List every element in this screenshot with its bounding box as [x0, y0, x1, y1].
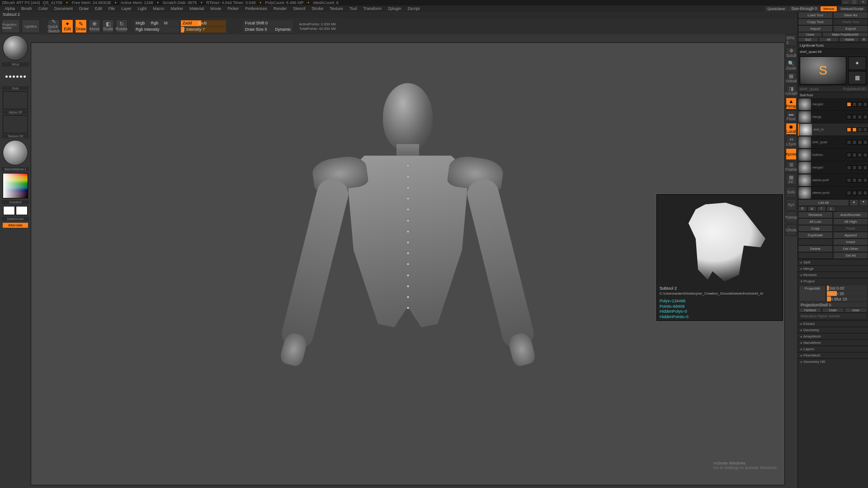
- geometry-section[interactable]: Geometry: [798, 327, 868, 333]
- main-color[interactable]: [3, 206, 15, 215]
- subtool-row[interactable]: shirt_tri: [798, 123, 868, 136]
- menu-macro[interactable]: Macro: [150, 6, 167, 11]
- subtool-row[interactable]: buttons: [798, 149, 868, 161]
- minimize-button[interactable]: —: [842, 0, 850, 5]
- menu-transform[interactable]: Transform: [360, 6, 384, 11]
- menu-zscript[interactable]: Zscript: [405, 6, 423, 11]
- close-button[interactable]: ✕: [859, 0, 867, 5]
- rename-button[interactable]: Rename: [798, 211, 833, 218]
- import-button[interactable]: Import: [798, 25, 833, 32]
- del-all-button[interactable]: Del All: [833, 252, 868, 259]
- menu-draw[interactable]: Draw: [76, 6, 91, 11]
- outer-button[interactable]: Outer: [822, 308, 844, 313]
- subtool-row[interactable]: merged: [798, 161, 868, 174]
- project-section[interactable]: Project: [798, 278, 868, 284]
- duplicate-button[interactable]: Duplicate: [798, 232, 833, 239]
- insert-button[interactable]: Insert: [833, 239, 868, 245]
- focal-shift-slider[interactable]: Focal Shift 0: [243, 20, 293, 26]
- load-tool-button[interactable]: Load Tool: [798, 12, 833, 19]
- subtool-header[interactable]: SubTool: [798, 92, 868, 98]
- farthest-button[interactable]: Farthest: [799, 308, 821, 313]
- goz-all-button[interactable]: All: [819, 37, 839, 42]
- menu-material[interactable]: Material: [187, 6, 207, 11]
- xpose-button[interactable]: Xpose: [786, 148, 797, 160]
- material-preview[interactable]: [3, 140, 28, 165]
- polyframe-button[interactable]: ▦PF: [786, 174, 797, 185]
- stroke-preview[interactable]: [2, 67, 29, 85]
- subtool-row[interactable]: shirt_quad: [798, 136, 868, 149]
- all-down-button[interactable]: ⤓: [826, 206, 835, 211]
- alternate-button[interactable]: Alternate: [3, 223, 28, 228]
- rotate-mode-button[interactable]: ↻Rotate: [116, 19, 127, 33]
- maximize-button[interactable]: ▢: [850, 0, 859, 5]
- color-picker[interactable]: [3, 173, 28, 198]
- texture-preview[interactable]: [3, 115, 28, 133]
- copy-subtool-button[interactable]: Copy: [798, 225, 833, 232]
- split-section[interactable]: Split: [798, 259, 868, 265]
- aahalf-button[interactable]: ◨AAHalf: [786, 85, 797, 97]
- default-zscript[interactable]: DefaultZScript: [838, 6, 866, 11]
- menu-preferences[interactable]: Preferences: [242, 6, 270, 11]
- subtool-row[interactable]: sleeve porfl: [798, 174, 868, 187]
- make-polymesh-button[interactable]: Make PolyMesh3D: [822, 32, 868, 37]
- menu-picker[interactable]: Picker: [225, 6, 241, 11]
- zoom-button[interactable]: 🔍Zoom: [786, 60, 797, 71]
- persp-button[interactable]: ▲Persp: [786, 98, 797, 109]
- mean-slider[interactable]: Mean 25: [827, 291, 867, 296]
- move-mode-button[interactable]: ✥Move: [89, 19, 100, 33]
- extract-section[interactable]: Extract: [798, 320, 868, 327]
- export-button[interactable]: Export: [833, 25, 868, 32]
- paste-tool-button[interactable]: Paste Tool: [833, 19, 868, 25]
- menu-marker[interactable]: Marker: [168, 6, 186, 11]
- edit-mode-button[interactable]: ✦Edit: [61, 19, 73, 33]
- menu-tool[interactable]: Tool: [347, 6, 360, 11]
- menu-layer[interactable]: Layer: [118, 6, 134, 11]
- nanomesh-section[interactable]: NanoMesh: [798, 339, 868, 346]
- all-low-button[interactable]: All Low: [798, 218, 833, 225]
- frame-button[interactable]: ⊞Frame: [786, 161, 797, 173]
- transp-button[interactable]: Transp: [786, 211, 797, 223]
- projection-master-button[interactable]: Projection Master: [2, 19, 20, 33]
- xyz-button[interactable]: Xyz: [786, 199, 797, 211]
- inner-button[interactable]: Inner: [844, 308, 867, 313]
- menus-toggle[interactable]: Menus: [821, 6, 837, 11]
- menu-texture[interactable]: Texture: [327, 6, 346, 11]
- goz-r-button[interactable]: R: [860, 37, 868, 42]
- projection-shell-slider[interactable]: ProjectionShell 0: [799, 302, 867, 307]
- move-down-button[interactable]: ⇊: [807, 206, 816, 211]
- draw-size-slider[interactable]: Draw Size 5 Dynamic: [243, 27, 293, 33]
- scroll-button[interactable]: ✥Scroll: [786, 47, 797, 59]
- mrgb-toggle[interactable]: Mrgb Rgb M: [134, 20, 179, 26]
- arraymesh-section[interactable]: ArrayMesh: [798, 333, 868, 339]
- arrow-up-button[interactable]: ▲: [849, 199, 859, 206]
- subtool-row[interactable]: merge: [798, 111, 868, 123]
- solo-button[interactable]: Solo: [786, 186, 797, 198]
- tool-preview[interactable]: S ✦▦: [798, 55, 868, 86]
- seethrough-slider[interactable]: See-through 0: [789, 6, 820, 11]
- menu-brush[interactable]: Brush: [19, 6, 35, 11]
- arrow-down-button[interactable]: ▼: [859, 199, 868, 206]
- menu-edit[interactable]: Edit: [92, 6, 105, 11]
- menu-document[interactable]: Document: [52, 6, 75, 11]
- merge-section[interactable]: Merge: [798, 265, 868, 272]
- z-intensity-slider[interactable]: Z Intensity 7: [181, 27, 226, 33]
- delete-button[interactable]: Delete: [798, 245, 833, 252]
- dist-slider[interactable]: Dist 0.02: [827, 286, 867, 291]
- floor-button[interactable]: ▬Floor: [786, 110, 797, 122]
- menu-stencil[interactable]: Stencil: [290, 6, 308, 11]
- layers-section[interactable]: Layers: [798, 346, 868, 352]
- menu-zplugin[interactable]: Zplugin: [385, 6, 404, 11]
- all-high-button[interactable]: All High: [833, 218, 868, 225]
- lightbox-tools-button[interactable]: Lightbox▸Tools: [798, 42, 868, 48]
- all-up-button[interactable]: ⤒: [817, 206, 826, 211]
- list-all-button[interactable]: List All: [798, 199, 849, 206]
- subtool-row[interactable]: merged: [798, 98, 868, 111]
- local-button[interactable]: ◉Local: [786, 123, 797, 135]
- draw-mode-button[interactable]: ✎Draw: [75, 19, 87, 33]
- remesh-section[interactable]: Remesh: [798, 272, 868, 278]
- fibermesh-section[interactable]: FiberMesh: [798, 352, 868, 358]
- goz-visible-button[interactable]: Visible: [839, 37, 859, 42]
- menu-file[interactable]: File: [106, 6, 118, 11]
- project-all-button[interactable]: ProjectAll: [799, 285, 826, 302]
- move-up-button[interactable]: ⇈: [798, 206, 807, 211]
